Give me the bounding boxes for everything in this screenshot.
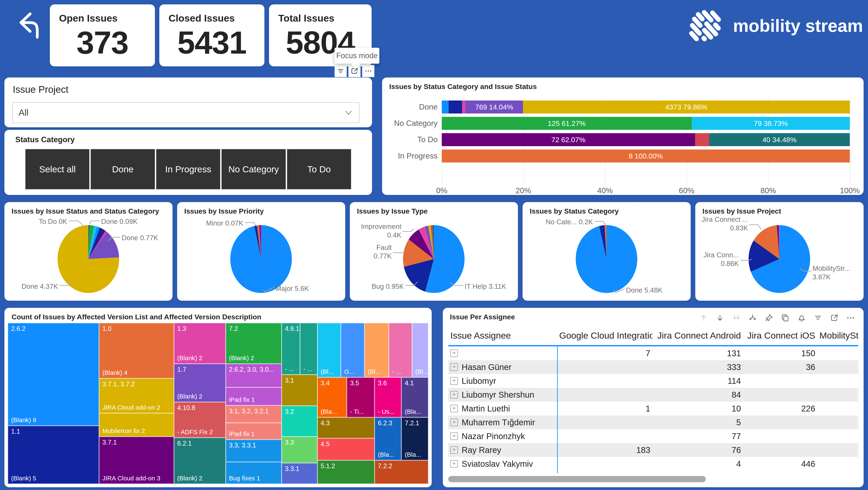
treemap-tile[interactable]: 7.2.2 [375, 460, 428, 484]
bell-icon[interactable] [797, 313, 806, 323]
table-row[interactable]: +Sviatoslav Yakymiv4446 [448, 457, 858, 471]
treemap-tile[interactable]: G... [341, 323, 365, 377]
bar-segment[interactable]: 769 14.04% [465, 100, 523, 114]
table-row[interactable]: +Hasan Güner33336 [448, 360, 858, 374]
expand-icon[interactable]: + [450, 349, 458, 357]
tile-description: (Bl... [368, 368, 381, 375]
pie-data-label: Done 5.48K [626, 286, 662, 295]
treemap-tile[interactable]: MobileIron fix 2 [99, 413, 174, 437]
treemap-tile[interactable]: 3.7.1 JIRA Cloud add-on 3 [99, 437, 174, 484]
treemap-tile[interactable]: 3.2 [282, 406, 317, 437]
table-row[interactable]: +Martin Luethi110226 [448, 402, 858, 416]
expand-icon[interactable]: + [450, 405, 458, 412]
bar-segment[interactable]: 79 38.73% [692, 117, 850, 130]
treemap-tile[interactable]: 3.1, 3.2, 3.2.1 [226, 405, 282, 423]
expand-icon[interactable]: + [450, 432, 458, 440]
column-header[interactable]: Jira Connect iOS [743, 331, 817, 341]
column-header[interactable]: Issue Assignee [448, 331, 557, 341]
bar-segment[interactable]: 8 100.00% [442, 150, 850, 162]
treemap-tile[interactable]: 3.5 - Ti... [347, 377, 375, 417]
column-header[interactable]: Google Cloud Integration [557, 331, 652, 341]
filter-icon[interactable] [336, 67, 345, 75]
expand-icon[interactable]: + [450, 460, 458, 468]
treemap-tile[interactable]: 1.1 (Blank) 5 [8, 426, 99, 484]
table-row[interactable]: +Ray Rarey18376 [448, 443, 858, 457]
treemap-tile[interactable]: Bug fixes 1 [226, 462, 282, 484]
treemap-tile[interactable]: - ... [389, 323, 412, 377]
bar-segment[interactable]: 4373 79.86% [523, 100, 850, 114]
treemap-tile[interactable]: 3.6 - Us... [375, 377, 402, 417]
table-row[interactable]: +Muharrem Tığdemir5 [448, 416, 858, 429]
bar-segment[interactable]: 125 61.27% [442, 117, 692, 130]
table-row[interactable]: +Liubomyr114 [448, 374, 858, 388]
filter-button[interactable] [335, 65, 347, 77]
treemap-tile[interactable]: 7.2.1 (Bla... [401, 417, 428, 460]
more-options-icon[interactable] [364, 67, 372, 75]
treemap-tile[interactable]: 4.1 (Bla... [401, 377, 428, 417]
treemap-tile[interactable]: (Bl... [317, 323, 341, 377]
table-row[interactable]: +Nazar Pinonzhyk77 [448, 429, 858, 443]
treemap-tile[interactable]: 4.8.1, 4.9 - ... [282, 323, 300, 375]
treemap-tile[interactable]: iPad fix 1 [226, 388, 282, 405]
treemap-tile[interactable]: (Bl... [365, 323, 389, 377]
bar-segment[interactable] [442, 100, 448, 114]
bar-segment[interactable]: 40 34.48% [709, 133, 850, 146]
treemap-tile[interactable]: 3.4 (Bla... [317, 377, 347, 417]
treemap-tile[interactable]: 4.5 [317, 438, 375, 460]
treemap-tile[interactable]: (Bl... [412, 323, 428, 377]
arrow-down-icon[interactable] [715, 313, 724, 323]
tile-label: 3.5 [350, 379, 359, 387]
more-options-button[interactable] [362, 65, 374, 77]
back-button[interactable] [10, 8, 43, 41]
treemap-tile[interactable]: 5.1.2 [317, 460, 375, 484]
table-row[interactable]: +7131150 [448, 346, 858, 360]
treemap-tile[interactable]: - ... [300, 323, 317, 375]
drill-down-icon[interactable] [748, 313, 757, 323]
expand-icon[interactable]: + [450, 446, 458, 454]
slicer-button-no-category[interactable]: No Category [221, 149, 285, 189]
slicer-button-in-progress[interactable]: In Progress [156, 149, 220, 189]
more-options-icon[interactable] [846, 313, 855, 323]
treemap-tile[interactable]: 3.3.1 [282, 463, 317, 484]
treemap-tile[interactable]: 3.1 [282, 375, 317, 406]
focus-mode-icon[interactable] [830, 313, 839, 323]
treemap-tile[interactable]: 4.10.8 - ADFS Fix 2 [174, 402, 226, 438]
treemap-tile[interactable]: 6.2.1 (Blank) 2 [174, 438, 226, 484]
slicer-button-select-all[interactable]: Select all [25, 149, 89, 189]
filter-icon[interactable] [813, 313, 823, 323]
treemap-tile[interactable]: 1.7 (Blank) 2 [174, 364, 226, 402]
table-row[interactable]: +Liubomyr Shershun84 [448, 388, 858, 402]
treemap-tile[interactable]: 1.0 (Blank) 4 [99, 323, 174, 378]
bar-segment[interactable] [462, 100, 465, 114]
tile-description: (Bla... [405, 408, 421, 415]
treemap-tile[interactable]: 3.3, 3.3.1 [226, 439, 282, 462]
column-header[interactable]: MobilitySt [817, 331, 858, 341]
treemap-tile[interactable]: 6.2.3 (Bla... [375, 417, 402, 460]
bar-segment[interactable]: 72 62.07% [442, 133, 695, 146]
slicer-button-to-do[interactable]: To Do [287, 149, 351, 189]
treemap-tile[interactable]: iPad fix 1 [226, 423, 282, 439]
copy-icon[interactable] [781, 313, 790, 323]
treemap-tile[interactable]: 4.3 [317, 417, 375, 438]
column-header[interactable]: Jira Connect Android [652, 331, 743, 341]
treemap-tile[interactable]: 2.6.2, 3.0, 3.0... [226, 364, 282, 388]
pin-icon[interactable] [764, 313, 774, 323]
treemap-tile[interactable]: 7.2 (Blank) 2 [226, 323, 282, 364]
treemap-tile[interactable]: 2.6.2 (Blank) 9 [8, 323, 99, 426]
double-arrow-down-icon[interactable] [732, 313, 741, 323]
expand-icon[interactable]: + [450, 391, 458, 398]
expand-icon[interactable]: + [450, 363, 458, 371]
treemap-tile[interactable]: 1.3 (Blank) 2 [174, 323, 226, 364]
bar-segment[interactable] [695, 133, 709, 146]
bar-category-label: Done [383, 100, 438, 114]
horizontal-scrollbar[interactable] [448, 476, 706, 482]
tile-description: Bug fixes 1 [229, 475, 260, 482]
issue-project-dropdown[interactable]: All [12, 102, 360, 123]
bar-segment[interactable] [448, 100, 462, 114]
slicer-button-done[interactable]: Done [91, 149, 155, 189]
expand-icon[interactable]: + [450, 419, 458, 426]
treemap-tile[interactable]: 3.3 [282, 437, 317, 463]
arrow-up-icon[interactable] [699, 313, 708, 323]
treemap-tile[interactable]: 3.7.1, 3.7.2 JIRA Cloud add-on 2 [99, 378, 174, 413]
expand-icon[interactable]: + [450, 377, 458, 385]
